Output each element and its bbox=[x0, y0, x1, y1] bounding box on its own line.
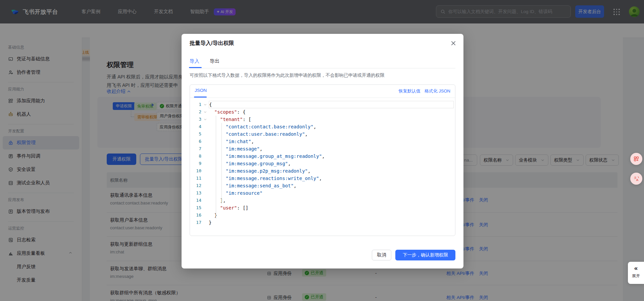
indent-guide bbox=[221, 123, 222, 204]
fold-gutter bbox=[201, 182, 209, 189]
active-tab-underline bbox=[189, 67, 202, 68]
fold-chevron-icon[interactable] bbox=[201, 108, 209, 116]
fold-gutter bbox=[201, 130, 209, 138]
code-content: "im:message.reactions:write_only", bbox=[209, 175, 454, 182]
modal-tab-bar: 导入 导出 bbox=[190, 56, 455, 68]
code-line-12: 12 "im:message:send_as_bot", bbox=[190, 182, 455, 189]
batch-import-export-modal: 批量导入/导出权限 导入 导出 可按照以下格式导入数据，导入的权限将作为此次新增… bbox=[182, 34, 463, 268]
line-number: 15 bbox=[190, 204, 201, 212]
code-content: "im:chat", bbox=[209, 138, 454, 145]
line-number: 7 bbox=[190, 145, 201, 153]
line-number: 17 bbox=[190, 219, 201, 226]
line-number: 8 bbox=[190, 153, 201, 160]
fold-gutter bbox=[201, 153, 209, 160]
code-content: "im:message.group_msg", bbox=[209, 160, 454, 167]
code-line-6: 6 "im:chat", bbox=[190, 138, 455, 145]
editor-actions: 恢复默认值 格式化 JSON bbox=[399, 88, 450, 94]
fold-chevron-icon[interactable] bbox=[201, 116, 209, 123]
tab-import[interactable]: 导入 bbox=[190, 58, 199, 64]
code-line-8: 8 "im:message.group_at_msg:readonly", bbox=[190, 153, 455, 160]
fold-gutter bbox=[201, 138, 209, 145]
code-line-17: 17} bbox=[190, 219, 455, 226]
line-number: 5 bbox=[190, 130, 201, 138]
editor-format-tab[interactable]: JSON bbox=[195, 88, 207, 93]
code-content: "im:message.group_at_msg:readonly", bbox=[209, 153, 454, 160]
double-chevron-left-icon: « bbox=[628, 264, 644, 272]
code-line-7: 7 "im:message", bbox=[190, 145, 455, 153]
line-number: 12 bbox=[190, 182, 201, 189]
code-content: "user": [] bbox=[209, 204, 454, 212]
line-number: 10 bbox=[190, 167, 201, 175]
line-number: 9 bbox=[190, 160, 201, 167]
expand-panel-button[interactable]: « 展开 bbox=[628, 262, 644, 284]
svg-text:A: A bbox=[636, 178, 638, 182]
fold-gutter bbox=[201, 167, 209, 175]
translate-icon: 文 A bbox=[633, 176, 639, 182]
tab-export[interactable]: 导出 bbox=[210, 58, 219, 64]
code-line-4: 4 "contact:contact.base:readonly", bbox=[190, 123, 455, 130]
code-content: "im:message", bbox=[209, 145, 454, 153]
code-line-16: 16 } bbox=[190, 212, 455, 219]
cancel-button[interactable]: 取消 bbox=[372, 250, 391, 260]
code-line-11: 11 "im:message.reactions:write_only", bbox=[190, 175, 455, 182]
modal-title: 批量导入/导出权限 bbox=[190, 40, 234, 47]
indent-guide bbox=[216, 116, 216, 219]
line-number: 11 bbox=[190, 175, 201, 182]
close-icon[interactable] bbox=[450, 40, 457, 47]
code-content: "contact:contact.base:readonly", bbox=[209, 123, 454, 130]
code-content: "contact:user.base:readonly", bbox=[209, 130, 454, 138]
line-number: 2 bbox=[190, 108, 201, 116]
line-number: 13 bbox=[190, 189, 201, 197]
code-content: } bbox=[209, 212, 454, 219]
code-line-10: 10 "im:message.p2p_msg:readonly", bbox=[190, 167, 455, 175]
code-content: } bbox=[209, 219, 454, 226]
line-number: 14 bbox=[190, 197, 201, 204]
code-line-2: 2 "scopes": { bbox=[190, 108, 455, 116]
fold-gutter bbox=[201, 219, 209, 226]
code-line-1: 1{ bbox=[190, 101, 455, 108]
code-line-9: 9 "im:message.group_msg", bbox=[190, 160, 455, 167]
code-line-14: 14 ], bbox=[190, 197, 455, 204]
format-json-link[interactable]: 格式化 JSON bbox=[425, 88, 450, 94]
code-line-13: 13 "im:resource" bbox=[190, 189, 455, 197]
editor-code-area[interactable]: 1{2 "scopes": {3 "tenant": [4 "contact:c… bbox=[190, 98, 455, 236]
mini-app-icon bbox=[633, 156, 639, 162]
line-number: 3 bbox=[190, 116, 201, 123]
mini-app-float-button[interactable] bbox=[630, 153, 642, 165]
fold-gutter bbox=[201, 189, 209, 197]
line-number: 1 bbox=[190, 101, 201, 108]
line-number: 4 bbox=[190, 123, 201, 130]
code-content: "tenant": [ bbox=[209, 116, 454, 123]
translate-float-button[interactable]: 文 A bbox=[630, 173, 642, 185]
json-editor: JSON 恢复默认值 格式化 JSON 1{2 "scopes": {3 "te… bbox=[190, 84, 455, 236]
code-content: "im:resource" bbox=[209, 189, 454, 197]
line-number: 6 bbox=[190, 138, 201, 145]
code-line-5: 5 "contact:user.base:readonly", bbox=[190, 130, 455, 138]
fold-gutter bbox=[201, 123, 209, 130]
code-content: { bbox=[209, 101, 454, 108]
code-content: "scopes": { bbox=[209, 108, 454, 116]
fold-chevron-icon[interactable] bbox=[201, 101, 209, 108]
fold-gutter bbox=[201, 204, 209, 212]
expand-label: 展开 bbox=[628, 273, 644, 279]
fold-gutter bbox=[201, 175, 209, 182]
code-line-15: 15 "user": [] bbox=[190, 204, 455, 212]
code-content: "im:message.p2p_msg:readonly", bbox=[209, 167, 454, 175]
code-content: ], bbox=[209, 197, 454, 204]
restore-default-link[interactable]: 恢复默认值 bbox=[399, 88, 420, 94]
modal-description: 可按照以下格式导入数据，导入的权限将作为此次新增申请的权限，不会影响已申请或开通… bbox=[190, 72, 385, 78]
code-content: "im:message:send_as_bot", bbox=[209, 182, 454, 189]
fold-gutter bbox=[201, 197, 209, 204]
editor-header: JSON 恢复默认值 格式化 JSON bbox=[190, 85, 455, 98]
fold-gutter bbox=[201, 145, 209, 153]
fold-gutter bbox=[201, 212, 209, 219]
confirm-next-button[interactable]: 下一步，确认新增权限 bbox=[395, 250, 455, 260]
application-root: 飞书开放平台 客户案例应用中心开发文档智能助手 ✦ AI 开发 你可以输入文档关… bbox=[0, 0, 644, 301]
fold-gutter bbox=[201, 160, 209, 167]
line-number: 16 bbox=[190, 212, 201, 219]
code-line-3: 3 "tenant": [ bbox=[190, 116, 455, 123]
